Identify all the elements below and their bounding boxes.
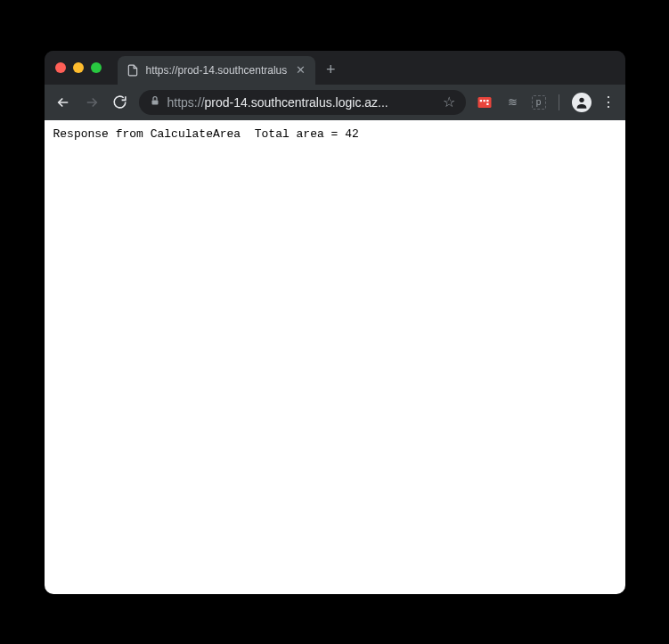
svg-rect-1 [477,97,491,108]
svg-rect-0 [151,101,158,105]
url-text: https://prod-14.southcentralus.logic.az.… [167,95,436,110]
tab-active[interactable]: https://prod-14.southcentralus ✕ [118,56,316,85]
close-tab-button[interactable]: ✕ [294,63,306,77]
file-icon [126,64,139,77]
titlebar: https://prod-14.southcentralus ✕ + [45,51,625,85]
toolbar-divider [559,94,559,110]
extension-pocket-icon[interactable]: p [532,95,546,110]
forward-button[interactable] [82,93,102,112]
svg-point-6 [579,97,583,102]
zoom-window-button[interactable] [91,62,102,73]
new-tab-button[interactable]: + [319,59,342,82]
svg-rect-4 [486,100,488,102]
address-bar[interactable]: https://prod-14.southcentralus.logic.az.… [139,90,466,115]
bookmark-star-icon[interactable]: ☆ [443,94,455,110]
reload-button[interactable] [110,93,130,112]
tab-strip: https://prod-14.southcentralus ✕ + [118,51,615,85]
minimize-window-button[interactable] [73,62,84,73]
close-window-button[interactable] [55,62,66,73]
toolbar: https://prod-14.southcentralus.logic.az.… [45,85,625,120]
extension-buffer-icon[interactable]: ≋ [503,93,523,112]
extension-lastpass-icon[interactable] [475,93,494,112]
kebab-menu-icon[interactable]: ⋮ [600,94,616,110]
tab-title: https://prod-14.southcentralus [146,64,288,77]
back-button[interactable] [53,93,73,112]
page-content: Response from CalculateArea Total area =… [45,120,625,594]
svg-rect-2 [479,100,481,102]
svg-rect-5 [486,102,488,104]
profile-button[interactable] [572,93,591,112]
svg-rect-3 [483,100,485,102]
window-controls [55,62,102,73]
browser-window: https://prod-14.southcentralus ✕ + https… [45,51,625,594]
lock-icon [150,95,160,109]
